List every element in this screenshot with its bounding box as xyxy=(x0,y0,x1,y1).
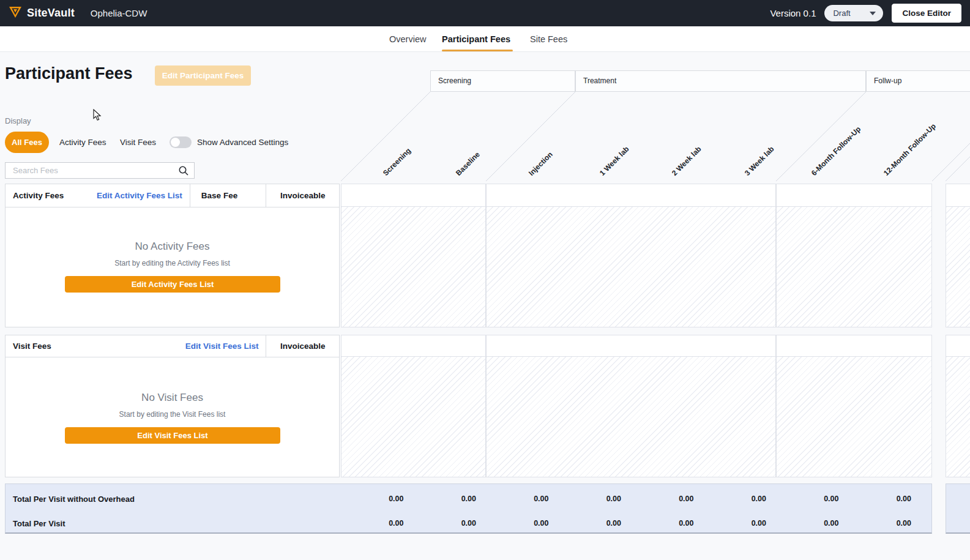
total-value: 0.00 xyxy=(849,519,922,528)
total-value: 0.00 xyxy=(414,495,487,503)
close-editor-button[interactable]: Close Editor xyxy=(892,4,961,23)
visit-grid-body-treatment xyxy=(486,356,776,477)
total-value: 0.00 xyxy=(777,495,849,503)
advanced-settings-toggle[interactable] xyxy=(170,136,192,148)
total-value: 0.00 xyxy=(487,519,559,528)
visit-label-screening: Screening xyxy=(381,146,412,177)
no-activity-fees-title: No Activity Fees xyxy=(6,241,339,253)
no-visit-fees-subtitle: Start by editing the Visit Fees list xyxy=(6,410,339,419)
total-value: 0.00 xyxy=(849,495,922,503)
cut-column-activity-header xyxy=(946,184,970,207)
mouse-cursor xyxy=(93,109,102,124)
study-name: Ophelia-CDW xyxy=(91,8,147,18)
total-value: 0.00 xyxy=(341,519,414,528)
visit-grid-header-treatment xyxy=(486,335,776,357)
activity-grid-body-followup xyxy=(776,206,932,327)
filter-activity-fees[interactable]: Activity Fees xyxy=(59,132,106,153)
tab-overview[interactable]: Overview xyxy=(389,26,426,52)
total-per-visit-without-overhead-row: Total Per Visit without Overhead 0.00 0.… xyxy=(6,487,931,511)
total-value: 0.00 xyxy=(632,495,704,503)
participant-fees-page: Participant Fees Edit Participant Fees S… xyxy=(0,52,970,560)
column-header-invoiceable: Invoiceable xyxy=(266,184,339,207)
cut-column-visit-header xyxy=(946,335,970,357)
filter-visit-fees[interactable]: Visit Fees xyxy=(120,132,156,153)
total-value: 0.00 xyxy=(704,495,777,503)
tab-bar: Overview Participant Fees Site Fees xyxy=(0,26,970,52)
total-value: 0.00 xyxy=(777,519,849,528)
group-header-treatment: Treatment xyxy=(575,70,866,92)
total-value: 0.00 xyxy=(559,519,632,528)
search-icon[interactable] xyxy=(178,165,189,179)
status-dropdown[interactable]: Draft xyxy=(824,5,883,21)
search-input[interactable] xyxy=(6,163,177,178)
total-value: 0.00 xyxy=(704,519,777,528)
visit-fees-title: Visit Fees xyxy=(6,342,51,351)
advanced-settings-label: Show Advanced Settings xyxy=(197,132,288,153)
visit-label-injection: Injection xyxy=(527,150,554,177)
totals-row-label: Total Per Visit without Overhead xyxy=(6,495,341,504)
visit-label-12-month-followup: 12-Month Follow-Up xyxy=(882,122,938,177)
total-per-visit-row: Total Per Visit 0.00 0.00 0.00 0.00 0.00… xyxy=(6,511,931,536)
edit-activity-fees-list-button[interactable]: Edit Activity Fees List xyxy=(65,276,280,293)
no-activity-fees-subtitle: Start by editing the Activity Fees list xyxy=(6,259,339,267)
visit-label-6-month-followup: 6-Month Follow-Up xyxy=(810,125,862,177)
visit-grid-body-followup xyxy=(776,356,932,477)
activity-grid-body-screening xyxy=(341,206,486,327)
total-value: 0.00 xyxy=(559,495,632,503)
visit-fees-panel: Visit Fees Edit Visit Fees List Invoicea… xyxy=(5,335,340,477)
visit-grid-header-screening xyxy=(341,335,486,357)
page-title: Participant Fees xyxy=(5,64,133,83)
group-header-followup: Follw-up xyxy=(866,70,970,92)
brand: SiteVault xyxy=(0,6,75,21)
activity-grid-body-treatment xyxy=(486,206,776,327)
active-tab-underline xyxy=(442,50,513,51)
column-header-base-fee: Base Fee xyxy=(190,184,266,207)
display-label: Display xyxy=(5,116,31,125)
visit-grid-header-followup xyxy=(776,335,932,357)
cut-column-activity-body xyxy=(946,206,970,327)
tab-site-fees[interactable]: Site Fees xyxy=(530,26,567,52)
toggle-knob xyxy=(171,138,180,147)
sitevault-logo-icon xyxy=(9,6,22,21)
visit-label-2-week-lab: 2 Week lab xyxy=(670,144,703,177)
edit-visit-fees-list-button[interactable]: Edit Visit Fees List xyxy=(65,427,280,444)
visit-label-3-week-lab: 3 Week lab xyxy=(743,144,776,177)
filter-all-fees[interactable]: All Fees xyxy=(5,132,49,153)
edit-activity-fees-list-link[interactable]: Edit Activity Fees List xyxy=(97,191,190,200)
chevron-down-icon xyxy=(870,12,876,15)
activity-fees-panel: Activity Fees Edit Activity Fees List Ba… xyxy=(5,184,340,327)
total-value: 0.00 xyxy=(632,519,704,528)
search-box xyxy=(5,162,195,179)
status-value: Draft xyxy=(833,9,850,18)
activity-grid-header-screening xyxy=(341,184,486,207)
version-label: Version 0.1 xyxy=(770,8,816,18)
edit-visit-fees-list-link[interactable]: Edit Visit Fees List xyxy=(185,342,266,351)
top-bar: SiteVault Ophelia-CDW Version 0.1 Draft … xyxy=(0,0,970,26)
activity-grid-header-followup xyxy=(776,184,932,207)
totals-row-label: Total Per Visit xyxy=(6,519,341,528)
activity-fees-title: Activity Fees xyxy=(6,191,64,200)
total-value: 0.00 xyxy=(414,519,487,528)
column-header-invoiceable-visit: Invoiceable xyxy=(266,335,339,357)
visit-grid-body-screening xyxy=(341,356,486,477)
brand-name: SiteVault xyxy=(27,7,75,20)
total-value: 0.00 xyxy=(341,495,414,503)
edit-participant-fees-button[interactable]: Edit Participant Fees xyxy=(155,65,251,86)
no-visit-fees-title: No Visit Fees xyxy=(6,392,339,404)
activity-grid-header-treatment xyxy=(486,184,776,207)
tab-participant-fees[interactable]: Participant Fees xyxy=(442,26,510,52)
group-header-screening: Screening xyxy=(430,70,575,92)
cut-column-visit-body xyxy=(946,356,970,477)
totals-bar: Total Per Visit without Overhead 0.00 0.… xyxy=(5,483,932,534)
visit-label-baseline: Baseline xyxy=(454,150,482,177)
visit-label-1-week-lab: 1 Week lab xyxy=(598,144,631,177)
cut-column-totals xyxy=(946,483,970,534)
total-value: 0.00 xyxy=(487,495,559,503)
